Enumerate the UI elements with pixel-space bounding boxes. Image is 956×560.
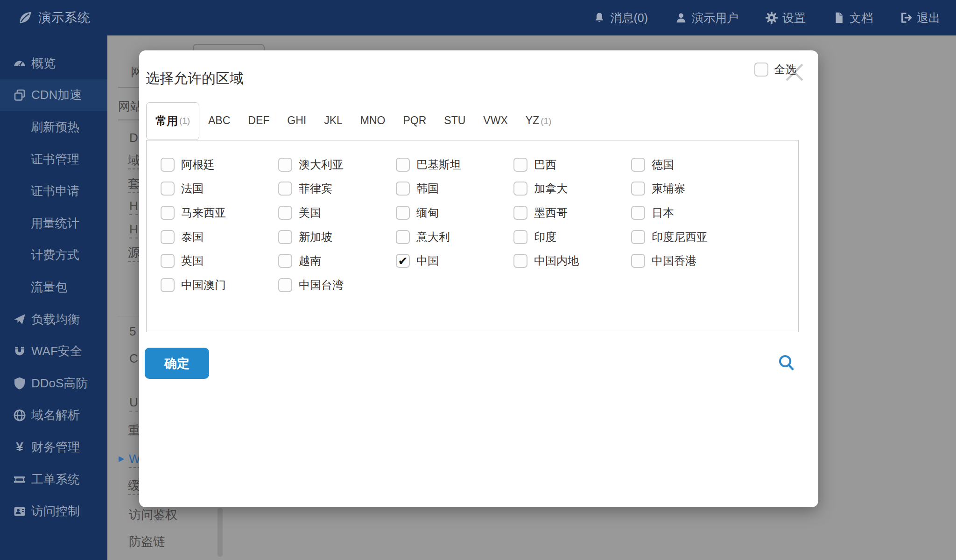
checkbox[interactable] bbox=[631, 158, 645, 172]
sidebar-item-overview[interactable]: 概览 bbox=[0, 47, 107, 79]
sidebar-item-load-balance[interactable]: 负载均衡 bbox=[0, 303, 107, 336]
tab-stu[interactable]: STU bbox=[435, 114, 474, 127]
checkbox[interactable] bbox=[631, 230, 645, 244]
checkbox[interactable] bbox=[513, 182, 527, 196]
checkbox[interactable] bbox=[161, 182, 175, 196]
select-all-checkbox[interactable] bbox=[754, 63, 768, 77]
country-item-china-hongkong[interactable]: 中国香港 bbox=[631, 249, 749, 273]
sidebar-item-ddos[interactable]: DDoS高防 bbox=[0, 367, 107, 399]
checkbox[interactable] bbox=[161, 158, 175, 172]
obscured-text: C bbox=[129, 351, 138, 366]
country-item-india[interactable]: 印度 bbox=[513, 225, 631, 249]
country-item-mexico[interactable]: 墨西哥 bbox=[513, 201, 631, 225]
checkbox[interactable] bbox=[396, 206, 410, 220]
country-item-china[interactable]: ✔中国 bbox=[396, 249, 513, 273]
tab-ghi[interactable]: GHI bbox=[278, 114, 315, 127]
checkbox[interactable] bbox=[396, 230, 410, 244]
logout-menu-item[interactable]: 退出 bbox=[900, 10, 940, 26]
country-item-china-taiwan[interactable]: 中国台湾 bbox=[278, 273, 396, 297]
checkbox[interactable] bbox=[513, 206, 527, 220]
sidebar-item-access-control[interactable]: 访问控制 bbox=[0, 495, 107, 527]
country-label: 韩国 bbox=[416, 181, 439, 196]
checkbox[interactable] bbox=[278, 230, 292, 244]
user-menu-item[interactable]: 演示用户 bbox=[675, 10, 738, 26]
checkbox[interactable] bbox=[396, 182, 410, 196]
obscured-text: 套 bbox=[128, 176, 140, 193]
confirm-button[interactable]: 确定 bbox=[145, 348, 209, 379]
checkbox[interactable] bbox=[161, 230, 175, 244]
country-item-malaysia[interactable]: 马来西亚 bbox=[161, 201, 278, 225]
country-item-korea[interactable]: 韩国 bbox=[396, 177, 513, 201]
checkbox[interactable] bbox=[631, 206, 645, 220]
country-item-pakistan[interactable]: 巴基斯坦 bbox=[396, 153, 513, 177]
country-item-italy[interactable]: 意大利 bbox=[396, 225, 513, 249]
search-icon[interactable] bbox=[777, 354, 796, 372]
country-item-uk[interactable]: 英国 bbox=[161, 249, 278, 273]
country-item-japan[interactable]: 日本 bbox=[631, 201, 749, 225]
tab-abc[interactable]: ABC bbox=[199, 114, 239, 127]
country-item-brazil[interactable]: 巴西 bbox=[513, 153, 631, 177]
tab-def[interactable]: DEF bbox=[239, 114, 278, 127]
sidebar-item-finance[interactable]: ¥ 财务管理 bbox=[0, 431, 107, 463]
checkbox[interactable] bbox=[278, 254, 292, 268]
tab-jkl[interactable]: JKL bbox=[315, 114, 351, 127]
country-item-germany[interactable]: 德国 bbox=[631, 153, 749, 177]
checkbox[interactable] bbox=[278, 206, 292, 220]
country-item-vietnam[interactable]: 越南 bbox=[278, 249, 396, 273]
country-label: 中国台湾 bbox=[299, 278, 344, 293]
select-all-control[interactable]: 全选 bbox=[754, 62, 796, 77]
country-item-myanmar[interactable]: 缅甸 bbox=[396, 201, 513, 225]
sidebar-item-label: WAF安全 bbox=[31, 343, 82, 359]
tab-pqr[interactable]: PQR bbox=[394, 114, 436, 127]
checkbox[interactable] bbox=[513, 158, 527, 172]
sidebar-subitem-billing-mode[interactable]: 计费方式 bbox=[0, 239, 107, 272]
sidebar-subitem-refresh-prewarm[interactable]: 刷新预热 bbox=[0, 111, 107, 143]
checkbox[interactable] bbox=[631, 182, 645, 196]
brand[interactable]: 演示系统 bbox=[17, 0, 91, 35]
sidebar-subitem-label: 证书申请 bbox=[31, 183, 79, 199]
country-item-cambodia[interactable]: 柬埔寨 bbox=[631, 177, 749, 201]
checkbox[interactable] bbox=[161, 206, 175, 220]
checkbox[interactable] bbox=[396, 158, 410, 172]
country-item-china-macau[interactable]: 中国澳门 bbox=[161, 273, 278, 297]
checkbox[interactable] bbox=[161, 278, 175, 292]
checkbox-checked[interactable]: ✔ bbox=[396, 254, 410, 268]
checkbox[interactable] bbox=[631, 254, 645, 268]
messages-menu-item[interactable]: 消息(0) bbox=[593, 10, 648, 26]
sidebar-item-tickets[interactable]: 工单系统 bbox=[0, 463, 107, 496]
country-item-indonesia[interactable]: 印度尼西亚 bbox=[631, 225, 749, 249]
checkbox[interactable] bbox=[278, 278, 292, 292]
checkbox[interactable] bbox=[513, 254, 527, 268]
country-item-china-mainland[interactable]: 中国内地 bbox=[513, 249, 631, 273]
country-item-canada[interactable]: 加拿大 bbox=[513, 177, 631, 201]
sidebar-item-label: 财务管理 bbox=[31, 439, 80, 455]
sidebar-item-dns[interactable]: 域名解析 bbox=[0, 399, 107, 432]
sidebar-subitem-cert-apply[interactable]: 证书申请 bbox=[0, 175, 107, 207]
sidebar-subitem-cert-manage[interactable]: 证书管理 bbox=[0, 143, 107, 175]
sidebar-item-waf[interactable]: WAF安全 bbox=[0, 335, 107, 367]
country-item-thailand[interactable]: 泰国 bbox=[161, 225, 278, 249]
checkbox[interactable] bbox=[161, 254, 175, 268]
active-item-arrow-icon: ▶ bbox=[119, 455, 124, 462]
country-item-usa[interactable]: 美国 bbox=[278, 201, 396, 225]
checkbox[interactable] bbox=[278, 182, 292, 196]
country-item-australia[interactable]: 澳大利亚 bbox=[278, 153, 396, 177]
tab-common[interactable]: 常用 (1) bbox=[146, 102, 199, 140]
settings-menu-item[interactable]: 设置 bbox=[766, 10, 806, 26]
tab-vwx[interactable]: VWX bbox=[474, 114, 516, 127]
country-item-argentina[interactable]: 阿根廷 bbox=[161, 153, 278, 177]
sidebar-subitem-traffic-pack[interactable]: 流量包 bbox=[0, 271, 107, 303]
country-item-philippines[interactable]: 菲律宾 bbox=[278, 177, 396, 201]
country-label: 墨西哥 bbox=[534, 205, 568, 220]
sidebar-subitem-usage-stats[interactable]: 用量统计 bbox=[0, 207, 107, 239]
user-label: 演示用户 bbox=[692, 10, 738, 26]
tab-yz[interactable]: YZ (1) bbox=[517, 114, 561, 127]
country-item-france[interactable]: 法国 bbox=[161, 177, 278, 201]
dashboard-icon bbox=[13, 56, 26, 70]
checkbox[interactable] bbox=[278, 158, 292, 172]
tab-mno[interactable]: MNO bbox=[351, 114, 394, 127]
checkbox[interactable] bbox=[513, 230, 527, 244]
country-item-singapore[interactable]: 新加坡 bbox=[278, 225, 396, 249]
docs-menu-item[interactable]: 文档 bbox=[833, 10, 873, 26]
sidebar-item-cdn[interactable]: CDN加速 bbox=[0, 79, 107, 112]
